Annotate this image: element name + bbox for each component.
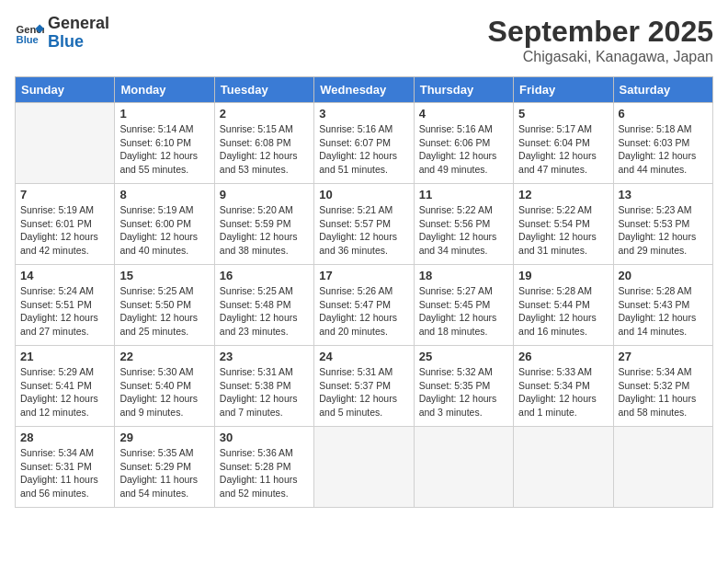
day-number: 5	[518, 107, 608, 121]
calendar-week-row: 28Sunrise: 5:34 AM Sunset: 5:31 PM Dayli…	[16, 427, 713, 508]
calendar-cell: 19Sunrise: 5:28 AM Sunset: 5:44 PM Dayli…	[514, 265, 613, 346]
calendar-cell: 1Sunrise: 5:14 AM Sunset: 6:10 PM Daylig…	[115, 103, 214, 184]
calendar-cell	[613, 427, 712, 508]
day-info: Sunrise: 5:34 AM Sunset: 5:32 PM Dayligh…	[619, 365, 708, 419]
day-info: Sunrise: 5:24 AM Sunset: 5:51 PM Dayligh…	[20, 284, 109, 339]
day-info: Sunrise: 5:30 AM Sunset: 5:40 PM Dayligh…	[119, 365, 209, 419]
day-number: 22	[119, 350, 209, 363]
day-info: Sunrise: 5:26 AM Sunset: 5:47 PM Dayligh…	[319, 284, 408, 339]
month-title: September 2025	[488, 15, 713, 49]
day-number: 7	[20, 188, 109, 201]
day-number: 1	[119, 107, 209, 121]
weekday-header: Sunday	[16, 77, 115, 103]
weekday-header: Wednesday	[314, 77, 414, 103]
calendar-cell: 13Sunrise: 5:23 AM Sunset: 5:53 PM Dayli…	[613, 184, 712, 265]
day-info: Sunrise: 5:19 AM Sunset: 6:00 PM Dayligh…	[119, 203, 209, 258]
title-block: September 2025 Chigasaki, Kanagawa, Japa…	[488, 15, 713, 65]
calendar-cell	[314, 427, 414, 508]
day-info: Sunrise: 5:32 AM Sunset: 5:35 PM Dayligh…	[419, 365, 508, 419]
calendar-cell: 25Sunrise: 5:32 AM Sunset: 5:35 PM Dayli…	[414, 346, 513, 427]
day-info: Sunrise: 5:17 AM Sunset: 6:04 PM Dayligh…	[518, 122, 608, 177]
calendar-cell: 18Sunrise: 5:27 AM Sunset: 5:45 PM Dayli…	[414, 265, 513, 346]
day-info: Sunrise: 5:33 AM Sunset: 5:34 PM Dayligh…	[518, 365, 608, 419]
day-info: Sunrise: 5:23 AM Sunset: 5:53 PM Dayligh…	[619, 203, 708, 258]
day-info: Sunrise: 5:22 AM Sunset: 5:54 PM Dayligh…	[518, 203, 608, 258]
day-number: 27	[619, 350, 708, 363]
calendar-cell: 4Sunrise: 5:16 AM Sunset: 6:06 PM Daylig…	[414, 103, 513, 184]
calendar-cell: 17Sunrise: 5:26 AM Sunset: 5:47 PM Dayli…	[314, 265, 414, 346]
day-info: Sunrise: 5:34 AM Sunset: 5:31 PM Dayligh…	[20, 446, 109, 500]
day-number: 17	[319, 269, 408, 282]
calendar-cell: 11Sunrise: 5:22 AM Sunset: 5:56 PM Dayli…	[414, 184, 513, 265]
calendar-cell: 9Sunrise: 5:20 AM Sunset: 5:59 PM Daylig…	[214, 184, 313, 265]
calendar-cell: 7Sunrise: 5:19 AM Sunset: 6:01 PM Daylig…	[16, 184, 115, 265]
calendar-cell	[414, 427, 513, 508]
day-number: 16	[220, 269, 309, 282]
calendar-body: 1Sunrise: 5:14 AM Sunset: 6:10 PM Daylig…	[16, 103, 713, 508]
calendar-week-row: 7Sunrise: 5:19 AM Sunset: 6:01 PM Daylig…	[16, 184, 713, 265]
logo: General Blue General Blue	[15, 15, 109, 52]
calendar-cell: 24Sunrise: 5:31 AM Sunset: 5:37 PM Dayli…	[314, 346, 414, 427]
calendar-cell: 28Sunrise: 5:34 AM Sunset: 5:31 PM Dayli…	[16, 427, 115, 508]
day-info: Sunrise: 5:20 AM Sunset: 5:59 PM Dayligh…	[220, 203, 309, 258]
day-number: 26	[518, 350, 608, 363]
day-info: Sunrise: 5:19 AM Sunset: 6:01 PM Dayligh…	[20, 203, 109, 258]
calendar-cell: 16Sunrise: 5:25 AM Sunset: 5:48 PM Dayli…	[214, 265, 313, 346]
calendar-table: SundayMondayTuesdayWednesdayThursdayFrid…	[15, 76, 713, 508]
day-number: 9	[220, 188, 309, 201]
day-number: 28	[20, 431, 109, 444]
location-title: Chigasaki, Kanagawa, Japan	[488, 49, 713, 65]
calendar-cell: 2Sunrise: 5:15 AM Sunset: 6:08 PM Daylig…	[214, 103, 313, 184]
logo-general-text: General	[48, 15, 109, 33]
day-number: 8	[119, 188, 209, 201]
calendar-cell: 5Sunrise: 5:17 AM Sunset: 6:04 PM Daylig…	[514, 103, 613, 184]
day-number: 24	[319, 350, 408, 363]
svg-text:Blue: Blue	[17, 34, 39, 45]
day-number: 3	[319, 107, 408, 121]
day-info: Sunrise: 5:36 AM Sunset: 5:28 PM Dayligh…	[220, 446, 309, 500]
day-info: Sunrise: 5:15 AM Sunset: 6:08 PM Dayligh…	[220, 122, 309, 177]
day-number: 10	[319, 188, 408, 201]
day-number: 6	[619, 107, 708, 121]
day-number: 11	[419, 188, 508, 201]
calendar-cell: 26Sunrise: 5:33 AM Sunset: 5:34 PM Dayli…	[514, 346, 613, 427]
day-number: 19	[518, 269, 608, 282]
day-info: Sunrise: 5:25 AM Sunset: 5:48 PM Dayligh…	[220, 284, 309, 339]
calendar-cell: 6Sunrise: 5:18 AM Sunset: 6:03 PM Daylig…	[613, 103, 712, 184]
day-info: Sunrise: 5:18 AM Sunset: 6:03 PM Dayligh…	[619, 122, 708, 177]
calendar-header-row: SundayMondayTuesdayWednesdayThursdayFrid…	[16, 77, 713, 103]
weekday-header: Tuesday	[214, 77, 313, 103]
calendar-cell: 29Sunrise: 5:35 AM Sunset: 5:29 PM Dayli…	[115, 427, 214, 508]
day-info: Sunrise: 5:35 AM Sunset: 5:29 PM Dayligh…	[119, 446, 209, 500]
calendar-cell: 30Sunrise: 5:36 AM Sunset: 5:28 PM Dayli…	[214, 427, 313, 508]
logo-icon: General Blue	[15, 18, 44, 48]
day-number: 30	[220, 431, 309, 444]
calendar-cell: 22Sunrise: 5:30 AM Sunset: 5:40 PM Dayli…	[115, 346, 214, 427]
day-number: 12	[518, 188, 608, 201]
weekday-header: Friday	[514, 77, 613, 103]
day-number: 20	[619, 269, 708, 282]
calendar-week-row: 14Sunrise: 5:24 AM Sunset: 5:51 PM Dayli…	[16, 265, 713, 346]
day-number: 14	[20, 269, 109, 282]
weekday-header: Monday	[115, 77, 214, 103]
day-info: Sunrise: 5:14 AM Sunset: 6:10 PM Dayligh…	[119, 122, 209, 177]
day-info: Sunrise: 5:27 AM Sunset: 5:45 PM Dayligh…	[419, 284, 508, 339]
day-info: Sunrise: 5:22 AM Sunset: 5:56 PM Dayligh…	[419, 203, 508, 258]
day-number: 13	[619, 188, 708, 201]
weekday-header: Saturday	[613, 77, 712, 103]
calendar-cell	[16, 103, 115, 184]
day-number: 2	[220, 107, 309, 121]
calendar-cell: 10Sunrise: 5:21 AM Sunset: 5:57 PM Dayli…	[314, 184, 414, 265]
day-number: 21	[20, 350, 109, 363]
day-number: 29	[119, 431, 209, 444]
calendar-cell: 20Sunrise: 5:28 AM Sunset: 5:43 PM Dayli…	[613, 265, 712, 346]
day-number: 25	[419, 350, 508, 363]
day-number: 4	[419, 107, 508, 121]
page-header: General Blue General Blue September 2025…	[15, 15, 713, 65]
day-info: Sunrise: 5:28 AM Sunset: 5:44 PM Dayligh…	[518, 284, 608, 339]
day-number: 18	[419, 269, 508, 282]
day-info: Sunrise: 5:16 AM Sunset: 6:06 PM Dayligh…	[419, 122, 508, 177]
calendar-cell: 27Sunrise: 5:34 AM Sunset: 5:32 PM Dayli…	[613, 346, 712, 427]
calendar-cell: 21Sunrise: 5:29 AM Sunset: 5:41 PM Dayli…	[16, 346, 115, 427]
calendar-cell: 8Sunrise: 5:19 AM Sunset: 6:00 PM Daylig…	[115, 184, 214, 265]
